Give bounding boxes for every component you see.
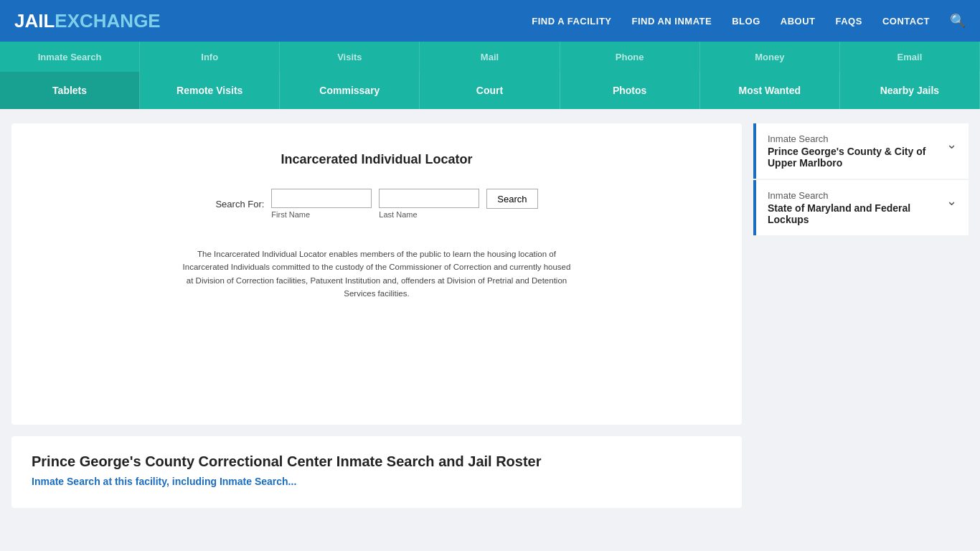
- content-area: Incarcerated Individual Locator Search F…: [11, 123, 742, 508]
- phone-tab[interactable]: Phone: [560, 42, 700, 72]
- chevron-down-icon: ⌄: [946, 136, 957, 152]
- top-tab-bar: Inmate Search Info Visits Mail Phone Mon…: [0, 42, 980, 72]
- email-tab[interactable]: Email: [840, 42, 980, 72]
- bottom-tab-bar: Tablets Remote Visits Commissary Court P…: [0, 72, 980, 109]
- photos-tab[interactable]: Photos: [560, 72, 700, 109]
- sidebar-item-pg-text: Inmate Search Prince George's County & C…: [768, 133, 946, 169]
- bottom-card-subtitle[interactable]: Inmate Search at this facility, includin…: [32, 476, 722, 487]
- sidebar-md-top: Inmate Search: [768, 190, 946, 201]
- first-name-group: First Name: [271, 189, 372, 219]
- info-tab[interactable]: Info: [140, 42, 280, 72]
- nav-find-facility[interactable]: FIND A FACILITY: [532, 16, 611, 27]
- header: JAILEXCHANGE FIND A FACILITY FIND AN INM…: [0, 0, 980, 42]
- inmate-search-tab[interactable]: Inmate Search: [0, 42, 140, 72]
- commissary-tab[interactable]: Commissary: [280, 72, 420, 109]
- nav-find-inmate[interactable]: FIND AN INMATE: [632, 16, 712, 27]
- last-name-input[interactable]: [379, 189, 479, 208]
- main-area: Incarcerated Individual Locator Search F…: [0, 109, 980, 522]
- chevron-down-icon-2: ⌄: [946, 193, 957, 209]
- sidebar: Inmate Search Prince George's County & C…: [753, 123, 969, 508]
- logo-exchange: EXCHANGE: [55, 10, 160, 32]
- search-card: Incarcerated Individual Locator Search F…: [11, 123, 742, 425]
- mail-tab[interactable]: Mail: [420, 42, 560, 72]
- first-name-label: First Name: [271, 210, 310, 219]
- court-tab[interactable]: Court: [420, 72, 560, 109]
- sidebar-item-md-text: Inmate Search State of Maryland and Fede…: [768, 190, 946, 225]
- bottom-card-title: Prince George's County Correctional Cent…: [32, 453, 722, 470]
- search-form-row: Search For: First Name Last Name Search: [33, 189, 720, 219]
- sidebar-item-md[interactable]: Inmate Search State of Maryland and Fede…: [753, 180, 969, 235]
- locator-description: The Incarcerated Individual Locator enab…: [179, 248, 574, 301]
- logo[interactable]: JAILEXCHANGE: [14, 10, 161, 32]
- nav-contact[interactable]: CONTACT: [882, 16, 930, 27]
- first-name-input[interactable]: [271, 189, 372, 208]
- nav-about[interactable]: ABOUT: [781, 16, 816, 27]
- sidebar-pg-bottom: Prince George's County & City of Upper M…: [768, 146, 946, 169]
- nearby-jails-tab[interactable]: Nearby Jails: [840, 72, 980, 109]
- header-search-icon[interactable]: 🔍: [950, 13, 966, 29]
- most-wanted-tab[interactable]: Most Wanted: [700, 72, 840, 109]
- last-name-label: Last Name: [379, 210, 417, 219]
- nav-faqs[interactable]: FAQs: [836, 16, 862, 27]
- main-nav: FIND A FACILITY FIND AN INMATE BLOG ABOU…: [532, 13, 966, 29]
- search-for-label: Search For:: [215, 199, 264, 209]
- sidebar-item-pg[interactable]: Inmate Search Prince George's County & C…: [753, 123, 969, 179]
- nav-blog[interactable]: BLOG: [732, 16, 760, 27]
- last-name-group: Last Name: [379, 189, 479, 219]
- search-card-title: Incarcerated Individual Locator: [33, 152, 720, 167]
- visits-tab[interactable]: Visits: [280, 42, 420, 72]
- search-button[interactable]: Search: [486, 189, 537, 209]
- bottom-card: Prince George's County Correctional Cent…: [11, 436, 742, 508]
- remote-visits-tab[interactable]: Remote Visits: [140, 72, 280, 109]
- money-tab[interactable]: Money: [700, 42, 840, 72]
- sidebar-pg-top: Inmate Search: [768, 133, 946, 144]
- sidebar-md-bottom: State of Maryland and Federal Lockups: [768, 202, 946, 225]
- tablets-tab[interactable]: Tablets: [0, 72, 140, 109]
- logo-jail: JAIL: [14, 10, 55, 32]
